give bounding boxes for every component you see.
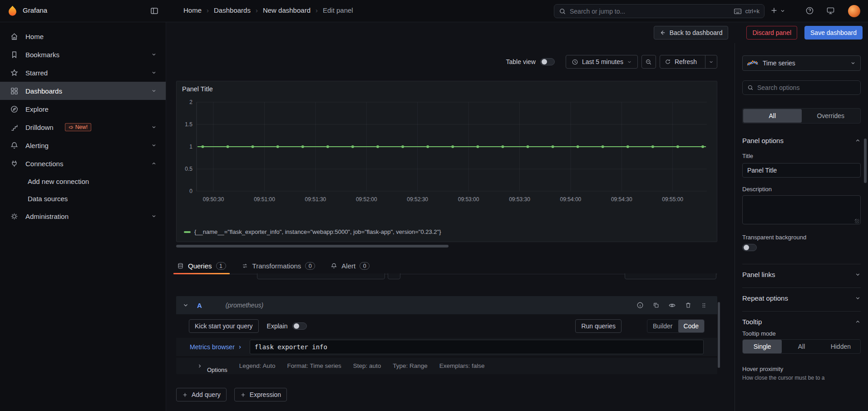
section-tooltip[interactable]: Tooltip xyxy=(742,311,861,326)
sidebar-item-drilldown[interactable]: Drilldown New! xyxy=(0,118,166,136)
sidebar-item-alerting[interactable]: Alerting xyxy=(0,136,166,154)
sidebar-nav: Home Bookmarks Starred Dashboards xyxy=(0,22,166,411)
chevron-up-icon xyxy=(855,319,861,325)
query-code-input[interactable] xyxy=(250,340,704,354)
chevron-right-icon[interactable] xyxy=(197,363,202,369)
chevron-down-icon xyxy=(855,295,861,301)
tooltip-mode-hidden[interactable]: Hidden xyxy=(821,340,860,353)
breadcrumb-home[interactable]: Home xyxy=(183,6,202,14)
sidebar-item-administration[interactable]: Administration xyxy=(0,207,166,225)
sidebar-item-label: Connections xyxy=(25,160,63,168)
search-input[interactable] xyxy=(570,8,730,15)
tab-transformations[interactable]: Transformations 0 xyxy=(242,258,316,274)
svg-text:09:51:00: 09:51:00 xyxy=(254,196,275,203)
visualization-picker[interactable]: Time series xyxy=(742,55,861,71)
explain-toggle[interactable] xyxy=(292,322,307,330)
tab-overrides[interactable]: Overrides xyxy=(802,109,860,123)
query-row-header[interactable]: A (prometheus) xyxy=(176,296,717,314)
discard-panel-button[interactable]: Discard panel xyxy=(746,26,797,40)
tab-count-badge: 1 xyxy=(216,262,226,270)
datasource-row-clipped xyxy=(176,273,717,280)
plus-icon xyxy=(240,392,246,398)
chevron-down-icon xyxy=(151,70,157,75)
sidebar-item-starred[interactable]: Starred xyxy=(0,64,166,82)
builder-mode-button[interactable]: Builder xyxy=(647,320,678,332)
info-circle-icon[interactable] xyxy=(636,302,644,309)
arrow-left-icon xyxy=(660,30,666,36)
tooltip-mode-single[interactable]: Single xyxy=(743,340,782,353)
query-datasource: (prometheus) xyxy=(226,302,263,309)
trash-icon[interactable] xyxy=(685,302,692,309)
tooltip-mode-all[interactable]: All xyxy=(782,340,821,353)
options-pane-scrollbar[interactable] xyxy=(864,139,867,183)
options-toggle[interactable]: Options xyxy=(207,366,227,373)
panel-header: Panel Title xyxy=(177,81,717,97)
zoom-out-button[interactable] xyxy=(641,55,656,69)
transparent-background-toggle[interactable] xyxy=(742,244,757,251)
add-icon[interactable] xyxy=(770,6,778,15)
sidebar-toggle-icon[interactable] xyxy=(150,6,159,15)
sidebar-item-dashboards[interactable]: Dashboards xyxy=(0,82,166,100)
add-query-button[interactable]: Add query xyxy=(176,388,227,401)
sidebar-item-explore[interactable]: Explore xyxy=(0,100,166,118)
code-mode-button[interactable]: Code xyxy=(678,320,704,332)
refresh-button[interactable]: Refresh xyxy=(660,55,717,69)
breadcrumb-separator: › xyxy=(316,6,318,14)
metrics-browser-link[interactable]: Metrics browser xyxy=(190,343,242,351)
grafana-logo-icon[interactable] xyxy=(6,5,19,17)
tab-count-badge: 0 xyxy=(305,262,315,270)
refresh-interval-dropdown[interactable] xyxy=(705,55,717,68)
sidebar-item-bookmarks[interactable]: Bookmarks xyxy=(0,45,166,64)
datasource-help-clipped[interactable] xyxy=(388,273,400,279)
global-search[interactable]: ctrl+k xyxy=(554,4,764,18)
avatar[interactable] xyxy=(848,5,860,17)
run-queries-button[interactable]: Run queries xyxy=(575,319,621,333)
chevron-down-icon[interactable] xyxy=(182,302,189,308)
chevron-down-icon xyxy=(850,60,856,66)
drag-handle-icon[interactable] xyxy=(700,302,707,309)
query-tab-bar: Queries 1 Transformations 0 Alert 0 xyxy=(176,258,717,274)
back-to-dashboard-button[interactable]: Back to dashboard xyxy=(654,26,729,40)
panel-description-textarea[interactable] xyxy=(742,195,861,224)
query-actions: Add query Expression xyxy=(176,388,287,401)
sidebar-item-home[interactable]: Home xyxy=(0,27,166,45)
time-range-picker[interactable]: Last 5 minutes xyxy=(566,55,638,69)
kick-start-button[interactable]: Kick start your query xyxy=(189,319,259,333)
breadcrumb-dashboards[interactable]: Dashboards xyxy=(214,6,251,14)
options-exemplars: Exemplars: false xyxy=(439,362,485,369)
section-panel-options[interactable]: Panel options xyxy=(742,130,861,144)
query-options-clipped[interactable] xyxy=(625,273,716,279)
help-icon[interactable] xyxy=(805,6,814,15)
timeseries-viz-icon xyxy=(747,59,758,67)
legend-item[interactable]: {__name__="flask_exporter_info", instanc… xyxy=(184,228,441,235)
duplicate-icon[interactable] xyxy=(652,302,660,309)
queries-scrollbar[interactable] xyxy=(718,302,720,368)
tab-all[interactable]: All xyxy=(743,109,802,123)
tab-queries[interactable]: Queries 1 xyxy=(177,258,226,274)
breadcrumb-new-dashboard[interactable]: New dashboard xyxy=(263,6,311,14)
search-icon xyxy=(747,84,754,91)
sidebar-item-label: Administration xyxy=(25,213,69,220)
svg-text:09:52:30: 09:52:30 xyxy=(407,196,428,203)
eye-icon[interactable] xyxy=(668,302,676,309)
panel-title-input[interactable] xyxy=(742,163,861,178)
horizontal-scrollbar[interactable] xyxy=(176,245,449,248)
section-panel-links[interactable]: Panel links xyxy=(742,264,861,278)
table-view-label: Table view xyxy=(506,58,536,65)
options-search[interactable] xyxy=(742,80,861,95)
sidebar-item-data-sources[interactable]: Data sources xyxy=(0,190,166,207)
monitor-icon[interactable] xyxy=(826,6,835,15)
plug-icon xyxy=(10,159,19,168)
section-repeat-options[interactable]: Repeat options xyxy=(742,287,861,302)
save-dashboard-button[interactable]: Save dashboard xyxy=(804,26,863,40)
add-expression-button[interactable]: Expression xyxy=(234,388,287,401)
options-search-input[interactable] xyxy=(757,84,856,91)
datasource-picker-clipped[interactable] xyxy=(257,273,385,279)
sidebar-item-add-new-connection[interactable]: Add new connection xyxy=(0,173,166,190)
table-view-toggle[interactable] xyxy=(540,58,555,65)
timeseries-chart[interactable]: 00.511.5209:50:3009:51:0009:51:3009:52:0… xyxy=(180,99,710,212)
tab-alert[interactable]: Alert 0 xyxy=(330,258,370,274)
sidebar-item-connections[interactable]: Connections xyxy=(0,154,166,173)
edit-toolbar: Back to dashboard Discard panel Save das… xyxy=(166,22,868,43)
chevron-down-icon[interactable] xyxy=(780,8,785,14)
